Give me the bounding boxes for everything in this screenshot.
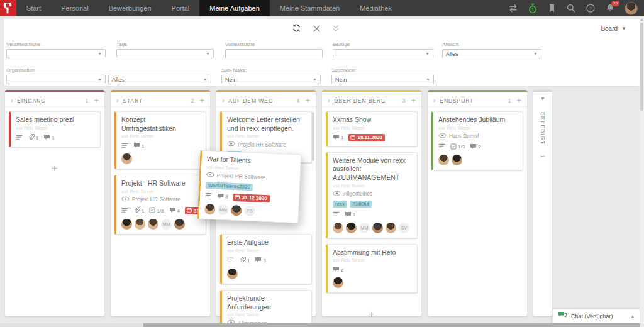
task-card[interactable]: Weitere Module von rexx ausrollen: AZUBI… — [326, 152, 418, 238]
horizontal-scrollbar[interactable] — [0, 323, 640, 327]
column-count: 4 — [296, 97, 299, 104]
timer-icon[interactable] — [528, 3, 538, 14]
collapse-column-icon[interactable]: › — [222, 97, 224, 104]
add-card-icon[interactable]: + — [199, 96, 204, 104]
column-scrollbar-thumb[interactable] — [312, 112, 314, 161]
add-card-icon[interactable]: + — [516, 96, 521, 104]
horizontal-scrollbar-thumb[interactable] — [143, 323, 640, 327]
task-card[interactable]: Anstehendes Jubiläumvon Reto TannerHans … — [431, 111, 523, 170]
rexx-logo[interactable] — [0, 0, 16, 16]
task-card[interactable]: Abstimmung mit Retovon Reto Tanner2 — [326, 244, 418, 294]
card-badges: 118.11.2020 — [333, 134, 413, 141]
chevron-down-icon: ▼ — [533, 52, 538, 56]
field-value: Nein — [335, 77, 347, 83]
subtasks-select[interactable]: Nein▼ — [221, 75, 321, 84]
collapse-all-icon[interactable] — [332, 24, 340, 35]
card-avatars: MMPS — [204, 204, 294, 218]
column-cards: Anstehendes Jubiläumvon Reto TannerHans … — [428, 107, 527, 175]
view-mode-select[interactable]: Board ▼ — [601, 25, 626, 32]
chevron-up-icon: ▲ — [630, 314, 635, 319]
column-header: ›ENDSPURT1+ — [428, 92, 527, 107]
svg-text:?: ? — [589, 6, 592, 11]
nav-tab-bewerbungen[interactable]: Bewerbungen — [99, 0, 162, 16]
nav-tab-mediathek[interactable]: Mediathek — [350, 0, 402, 16]
add-card-icon[interactable]: + — [305, 96, 310, 104]
checklist-badge: 1/3 — [450, 143, 465, 151]
chat-widget[interactable]: Chat (Verfügbar) ▲ — [552, 309, 641, 324]
bookmark-icon[interactable] — [547, 3, 557, 13]
comments-icon — [169, 207, 176, 214]
relation-label: Allgemeines — [343, 191, 372, 197]
ansicht-select[interactable]: Alles▼ — [442, 49, 541, 58]
chevron-down-icon: ▼ — [97, 52, 102, 56]
notification-badge: 30 — [611, 1, 619, 6]
verantwortliche-select[interactable]: ▼ — [6, 49, 106, 58]
task-card[interactable]: Erste Aufgabevon Reto Tanner13 — [220, 234, 312, 284]
refresh-icon[interactable] — [292, 23, 301, 35]
close-icon[interactable] — [313, 24, 321, 35]
tag-chip[interactable]: rexx — [333, 201, 347, 208]
tag-chip[interactable]: WarforTalents2020 — [206, 182, 253, 191]
task-card[interactable]: War for Talentsvon Reto TannerProjekt HR… — [197, 150, 302, 224]
column-count: 2 — [191, 97, 194, 104]
organisation-select[interactable]: ▼ — [6, 75, 106, 84]
collapse-column-icon[interactable]: › — [116, 97, 118, 104]
organisation-scope-select[interactable]: Alles▼ — [108, 75, 211, 84]
checklist-icon — [450, 143, 457, 151]
comments-icon — [255, 257, 262, 264]
column-title: EINGANG — [17, 97, 46, 104]
task-card[interactable]: Projektrunde - Anforderungenvon Reto Tan… — [220, 290, 312, 327]
nav-tab-personal[interactable]: Personal — [51, 0, 98, 16]
avatar — [135, 219, 145, 230]
bezuege-select[interactable]: ▼ — [333, 49, 433, 58]
vertical-scrollbar-thumb[interactable] — [640, 23, 643, 111]
tags-select[interactable]: ▼ — [116, 49, 214, 58]
board-column-eingang: ›EINGANG1+Sales meeting prezivon Reto Ta… — [5, 90, 104, 316]
bell-icon[interactable]: 30 — [605, 3, 615, 13]
badge-count: 1 — [36, 135, 38, 141]
add-card-icon[interactable]: + — [94, 96, 99, 104]
attachment-icon — [133, 207, 140, 215]
swap-icon[interactable] — [508, 3, 518, 13]
add-card-icon[interactable]: + — [411, 96, 416, 104]
card-relation: Allgemeines — [333, 191, 413, 197]
nav-tab-start[interactable]: Start — [16, 0, 51, 16]
scroll-up-arrow[interactable]: ▲ — [640, 17, 644, 22]
user-avatar[interactable] — [625, 2, 638, 15]
notes-icon — [227, 257, 234, 264]
search-icon[interactable] — [566, 3, 576, 13]
add-card-placeholder[interactable]: + — [9, 163, 101, 174]
comments-icon — [217, 192, 225, 200]
relation-icon — [333, 191, 341, 197]
column-title: ÜBER DEN BERG — [334, 97, 386, 104]
filter-field-verantwortliche: Verantwortliche ▼ — [6, 42, 106, 58]
vertical-scrollbar[interactable]: ▲ — [640, 17, 644, 323]
task-card[interactable]: Konzept Umfragestatistikenvon Reto Tanne… — [114, 111, 206, 169]
collapse-column-icon[interactable]: › — [11, 97, 13, 104]
tag-chip[interactable]: RollOut — [350, 201, 372, 208]
task-card[interactable]: Xxmas Showvon Reto Tanner118.11.2020 — [326, 111, 418, 147]
avatar-initials: MM — [161, 219, 172, 230]
relation-icon — [121, 196, 130, 203]
notes-icon — [333, 211, 340, 218]
help-icon[interactable]: ? — [586, 3, 596, 13]
chevron-down-icon: ▼ — [621, 26, 626, 31]
nav-tab-meine-stammdaten[interactable]: Meine Stammdaten — [270, 0, 350, 16]
task-card[interactable]: Sales meeting prezivon Reto Tanner11 — [9, 111, 101, 147]
expand-column-icon[interactable]: ▾ — [541, 96, 544, 102]
notes-icon — [121, 143, 128, 150]
rexx-logo-glyph — [3, 3, 13, 14]
badge-count: 1/8 — [157, 208, 164, 214]
badge-count: 3 — [225, 194, 228, 199]
volltextsuche-input[interactable] — [225, 49, 323, 58]
nav-tab-portal[interactable]: Portal — [162, 0, 200, 16]
comments-badge: 3 — [217, 192, 228, 201]
collapse-column-icon[interactable]: › — [433, 97, 435, 104]
superview-select[interactable]: Nein▼ — [331, 75, 434, 84]
add-card-placeholder[interactable]: + — [326, 309, 418, 319]
task-card[interactable]: Projekt - HR Softwarevon Reto TannerProj… — [114, 175, 206, 235]
nav-tab-meine-aufgaben[interactable]: Meine Aufgaben — [199, 0, 270, 16]
collapse-column-icon[interactable]: › — [328, 97, 330, 104]
collapsed-column-erledigt[interactable]: ▾ ERLEDIGT 1 — [533, 90, 552, 316]
avatar-initials: MM — [359, 223, 370, 233]
